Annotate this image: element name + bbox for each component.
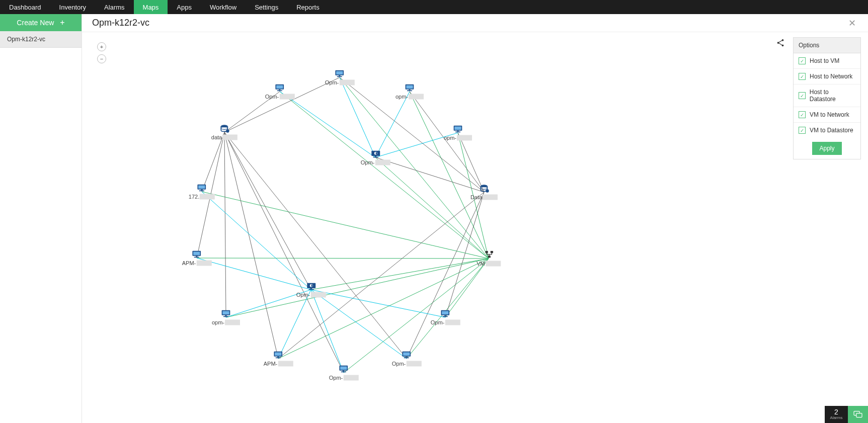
edge <box>202 192 489 259</box>
edge <box>445 192 484 317</box>
close-icon[interactable]: ✕ <box>846 16 858 31</box>
map-header: Opm-k12r2-vc ✕ <box>82 14 868 32</box>
zoom-out-button[interactable]: − <box>97 54 106 63</box>
option-row: ✓Host to VM <box>794 53 860 69</box>
alarm-badge[interactable]: 2 Alarms <box>825 406 848 423</box>
checkbox-icon[interactable]: ✓ <box>799 57 806 64</box>
main-area: Opm-k12r2-vc ✕ + − Options ✓Host to VM✓H… <box>82 14 868 423</box>
svg-point-1 <box>782 39 784 41</box>
zoom-controls: + − <box>97 42 106 63</box>
nav-workflow[interactable]: Workflow <box>201 0 246 14</box>
edge <box>375 157 489 259</box>
edge <box>311 290 344 373</box>
nav-alarms[interactable]: Alarms <box>95 0 133 14</box>
edge <box>202 192 311 290</box>
edge <box>445 259 489 317</box>
option-row: ✓VM to Datastore <box>794 123 860 138</box>
option-label: VM to Datastore <box>810 127 853 134</box>
svg-line-4 <box>779 43 782 45</box>
edge <box>197 258 489 259</box>
apply-button[interactable]: Apply <box>812 142 841 155</box>
option-label: Host to Datastore <box>810 89 855 103</box>
edge <box>311 290 445 317</box>
nav-settings[interactable]: Settings <box>246 0 287 14</box>
edge <box>375 133 458 157</box>
option-label: Host to Network <box>810 73 852 80</box>
alarm-label: Alarms <box>830 416 843 420</box>
edge <box>197 258 311 290</box>
nav-reports[interactable]: Reports <box>287 0 329 14</box>
footer-corner: 2 Alarms <box>825 406 868 423</box>
nav-inventory[interactable]: Inventory <box>50 0 95 14</box>
checkbox-icon[interactable]: ✓ <box>799 73 806 80</box>
create-new-label: Create New <box>17 19 54 27</box>
svg-point-2 <box>782 44 784 46</box>
edge <box>226 290 311 317</box>
share-icon[interactable] <box>776 38 785 49</box>
map-canvas[interactable]: + − Options ✓Host to VM✓Host to Network✓… <box>82 32 868 423</box>
nav-maps[interactable]: Maps <box>134 0 168 14</box>
alarm-count: 2 <box>834 408 838 416</box>
left-panel: Create New + Opm-k12r2-vc <box>0 14 82 423</box>
edge <box>224 132 344 373</box>
create-new-button[interactable]: Create New + <box>0 14 82 31</box>
checkbox-icon[interactable]: ✓ <box>799 111 806 118</box>
edge <box>340 77 375 157</box>
option-row: ✓Host to Network <box>794 69 860 84</box>
edge <box>278 290 311 359</box>
edge <box>224 132 226 317</box>
options-panel: Options ✓Host to VM✓Host to Network✓Host… <box>793 37 861 159</box>
zoom-in-button[interactable]: + <box>97 42 106 51</box>
plus-icon: + <box>60 18 64 27</box>
option-row: ✓Host to Datastore <box>794 84 860 107</box>
nav-apps[interactable]: Apps <box>168 0 201 14</box>
option-label: Host to VM <box>810 57 839 64</box>
top-nav: DashboardInventoryAlarmsMapsAppsWorkflow… <box>0 0 868 14</box>
chat-button[interactable] <box>848 406 868 423</box>
svg-rect-67 <box>856 413 862 417</box>
nav-dashboard[interactable]: Dashboard <box>0 0 50 14</box>
edge <box>224 132 407 359</box>
edge <box>375 92 410 157</box>
edge <box>407 192 484 359</box>
option-label: VM to Network <box>810 111 849 118</box>
edge <box>280 92 375 157</box>
map-list-item[interactable]: Opm-k12r2-vc <box>0 31 82 48</box>
edge <box>224 132 311 290</box>
checkbox-icon[interactable]: ✓ <box>799 92 806 99</box>
edge <box>224 132 278 359</box>
svg-line-3 <box>779 41 782 43</box>
edge <box>344 259 489 373</box>
edge <box>224 92 280 132</box>
edges-layer <box>82 32 868 423</box>
edge <box>224 77 340 132</box>
options-header: Options <box>794 38 860 53</box>
edge <box>280 92 489 259</box>
edge <box>407 259 489 359</box>
edge <box>197 132 224 258</box>
option-row: ✓VM to Network <box>794 107 860 123</box>
edge <box>311 290 407 359</box>
map-list: Opm-k12r2-vc <box>0 31 82 48</box>
map-title: Opm-k12r2-vc <box>92 18 149 28</box>
checkbox-icon[interactable]: ✓ <box>799 127 806 134</box>
